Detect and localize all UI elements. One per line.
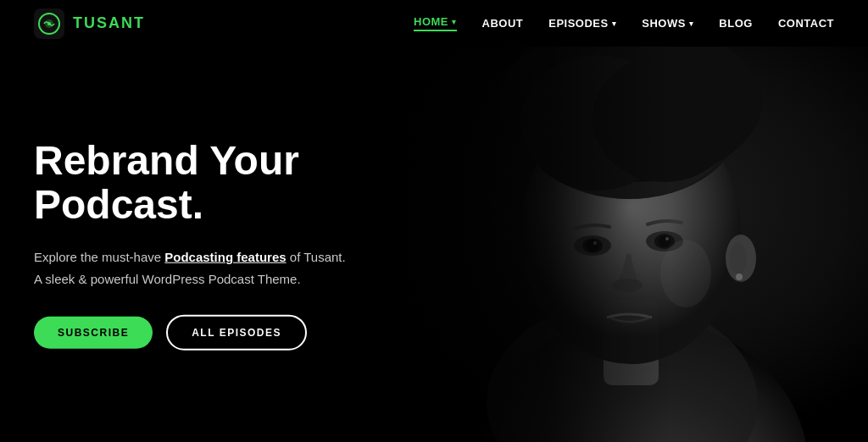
hero-buttons: SUBSCRIBE ALL EPISODES: [34, 315, 475, 351]
nav-item-about[interactable]: ABOUT: [482, 17, 524, 30]
header: TUSANT HOME ▾ ABOUT EPISODES ▾ SHOWS ▾ B…: [0, 0, 868, 47]
chevron-down-icon: ▾: [452, 18, 457, 26]
hero-description: Explore the must-have Podcasting feature…: [34, 246, 475, 290]
main-nav: HOME ▾ ABOUT EPISODES ▾ SHOWS ▾ BLOG CON…: [414, 15, 834, 31]
svg-point-3: [47, 22, 51, 25]
nav-item-episodes[interactable]: EPISODES ▾: [548, 17, 616, 30]
hero-content: Rebrand Your Podcast. Explore the must-h…: [34, 138, 475, 351]
logo-icon: [34, 8, 64, 39]
hero-title: Rebrand Your Podcast.: [34, 138, 475, 228]
subscribe-button[interactable]: SUBSCRIBE: [34, 317, 153, 349]
podcasting-features-link[interactable]: Podcasting features: [164, 250, 286, 264]
all-episodes-button[interactable]: ALL EPISODES: [166, 315, 307, 351]
chevron-down-icon: ▾: [612, 19, 617, 28]
nav-item-shows[interactable]: SHOWS ▾: [642, 17, 693, 30]
nav-item-home[interactable]: HOME ▾: [414, 15, 457, 31]
logo[interactable]: TUSANT: [34, 8, 145, 39]
nav-item-contact[interactable]: CONTACT: [778, 17, 834, 30]
hero-section: Rebrand Your Podcast. Explore the must-h…: [0, 47, 868, 442]
chevron-down-icon: ▾: [689, 19, 694, 28]
nav-item-blog[interactable]: BLOG: [719, 17, 753, 30]
logo-text: TUSANT: [73, 14, 145, 32]
